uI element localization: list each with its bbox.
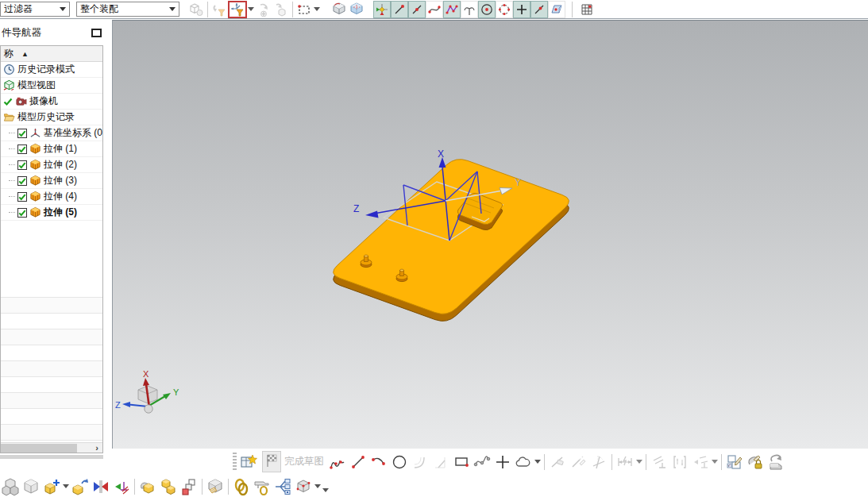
- chevron-down-icon[interactable]: [62, 478, 70, 495]
- tree-item-model-history[interactable]: 模型历史记录: [1, 110, 102, 125]
- tree-item-extrude-2[interactable]: 拉伸 (2): [1, 157, 102, 173]
- show-degrees-of-freedom-icon[interactable]: [111, 476, 132, 497]
- intersection-snap-icon[interactable]: [443, 1, 461, 18]
- scope-dropdown[interactable]: 整个装配: [76, 2, 179, 17]
- selection-filter-dropdown[interactable]: 过滤器: [0, 2, 70, 17]
- point-on-face-snap-icon[interactable]: [548, 1, 565, 18]
- name-column-header[interactable]: 称 ▲: [1, 46, 102, 62]
- geometric-constraint-icon[interactable]: [649, 452, 669, 472]
- chevron-down-icon: [166, 2, 179, 16]
- datum-csys-icon: [29, 127, 41, 139]
- remember-constraints-icon[interactable]: [231, 476, 252, 497]
- snap-point-filter-icon[interactable]: [228, 1, 247, 18]
- tree-item-extrude-1[interactable]: 拉伸 (1): [1, 141, 102, 157]
- navigator-horizontal-scrollbar[interactable]: ›: [1, 442, 102, 453]
- move-component-icon[interactable]: [70, 476, 91, 497]
- chevron-down-icon[interactable]: [322, 482, 330, 497]
- tree-item-history-mode[interactable]: 历史记录模式: [1, 62, 102, 78]
- wave-geometry-linker-icon[interactable]: [137, 476, 158, 497]
- chevron-down-icon[interactable]: [534, 453, 542, 471]
- float-window-icon[interactable]: [91, 29, 102, 37]
- tree-item-extrude-4[interactable]: 拉伸 (4): [1, 189, 102, 205]
- offset-curve-icon[interactable]: [513, 452, 534, 472]
- fillet-icon[interactable]: [410, 452, 430, 472]
- checkbox-checked[interactable]: [17, 176, 27, 186]
- chevron-down-icon[interactable]: [247, 1, 255, 18]
- grid-point-snap-icon[interactable]: [578, 1, 596, 18]
- checkbox-checked[interactable]: [17, 192, 27, 202]
- toolbar-drag-handle[interactable]: [233, 453, 237, 472]
- checkbox-checked[interactable]: [17, 129, 27, 138]
- tool-ring-icon[interactable]: [252, 476, 272, 497]
- tree-item-cameras[interactable]: 摄像机: [1, 94, 102, 110]
- panel-resize-bar[interactable]: [0, 455, 103, 459]
- tree-item-extrude-3[interactable]: 拉伸 (3): [1, 173, 102, 189]
- rectangle-icon[interactable]: [451, 452, 472, 472]
- shaded-cube-icon[interactable]: [330, 1, 348, 18]
- mirror-assembly-icon[interactable]: [179, 476, 199, 497]
- arc-icon[interactable]: [368, 452, 389, 472]
- navigator-empty-rows: [1, 282, 102, 441]
- checkbox-checked[interactable]: [17, 160, 27, 170]
- sort-ascending-icon[interactable]: ▲: [21, 50, 29, 58]
- panel-title: 件导航器: [2, 26, 41, 40]
- finish-sketch-button[interactable]: 完成草图: [262, 451, 324, 472]
- redo-filter-icon[interactable]: [255, 1, 272, 18]
- separator: [228, 479, 229, 495]
- existing-point-snap-icon[interactable]: [513, 1, 530, 18]
- delayed-update-lock-icon[interactable]: [745, 452, 766, 472]
- graphics-viewport[interactable]: X Z Y X Y Z: [112, 20, 868, 449]
- rapid-dimension-icon[interactable]: [615, 452, 635, 472]
- end-point-snap-icon[interactable]: [391, 1, 408, 18]
- find-component-icon[interactable]: [187, 1, 205, 18]
- update-model-icon[interactable]: [766, 452, 786, 472]
- scroll-right-icon[interactable]: ›: [91, 443, 102, 453]
- extrude-icon: [29, 191, 41, 202]
- scrollbar-thumb[interactable]: [1, 444, 77, 453]
- line-icon[interactable]: [348, 452, 368, 472]
- reference-set-icon[interactable]: [293, 476, 314, 497]
- make-corner-icon[interactable]: [588, 452, 609, 472]
- profile-icon[interactable]: [327, 452, 348, 472]
- exploded-views-icon[interactable]: [205, 476, 226, 497]
- edit-defining-section-icon[interactable]: [724, 452, 745, 472]
- studio-spline-icon[interactable]: [472, 452, 492, 472]
- chamfer-icon[interactable]: [430, 452, 451, 472]
- assemblies-icon[interactable]: [0, 476, 21, 497]
- chevron-down-icon[interactable]: [635, 453, 643, 471]
- assembly-sequence-icon[interactable]: [272, 476, 293, 497]
- chevron-down-icon[interactable]: [313, 1, 321, 18]
- assembly-constraints-icon[interactable]: [91, 476, 111, 497]
- chevron-down-icon[interactable]: [711, 453, 719, 471]
- display-constraints-icon[interactable]: [690, 452, 711, 472]
- component-cube-icon[interactable]: [21, 476, 41, 497]
- chevron-down-icon[interactable]: [314, 478, 322, 495]
- checkbox-checked[interactable]: [17, 144, 27, 154]
- triad-x-label: X: [143, 369, 149, 379]
- point-icon[interactable]: [492, 452, 513, 472]
- tree-item-extrude-5[interactable]: 拉伸 (5): [1, 205, 102, 221]
- auto-constrain-icon[interactable]: [669, 452, 690, 472]
- sketch-in-task-icon[interactable]: [238, 452, 259, 472]
- pattern-component-icon[interactable]: [158, 476, 179, 497]
- quick-extend-icon[interactable]: [568, 452, 588, 472]
- check-icon: [3, 97, 13, 106]
- tangent-snap-icon[interactable]: [461, 1, 478, 18]
- quick-trim-icon[interactable]: [547, 452, 568, 472]
- mid-point-snap-icon[interactable]: [408, 1, 426, 18]
- tree-item-model-views[interactable]: 模型视图: [1, 78, 102, 94]
- translucent-cube-icon[interactable]: [348, 1, 365, 18]
- circle-icon[interactable]: [389, 452, 410, 472]
- previous-selection-filter-icon[interactable]: [210, 1, 228, 18]
- checkbox-checked[interactable]: [17, 208, 27, 218]
- rectangle-select-icon[interactable]: [295, 1, 313, 18]
- point-on-curve-snap-icon[interactable]: [530, 1, 548, 18]
- enable-snap-point-icon[interactable]: [373, 1, 391, 18]
- circle-center-snap-icon[interactable]: [478, 1, 496, 18]
- tree-item-datum-csys[interactable]: 基准坐标系 (0: [1, 125, 102, 141]
- copy-to-component-icon[interactable]: [272, 1, 290, 18]
- control-point-snap-icon[interactable]: [426, 1, 443, 18]
- add-component-icon[interactable]: [41, 476, 62, 497]
- quadrant-snap-icon[interactable]: [496, 1, 513, 18]
- tree-connector: [9, 196, 15, 197]
